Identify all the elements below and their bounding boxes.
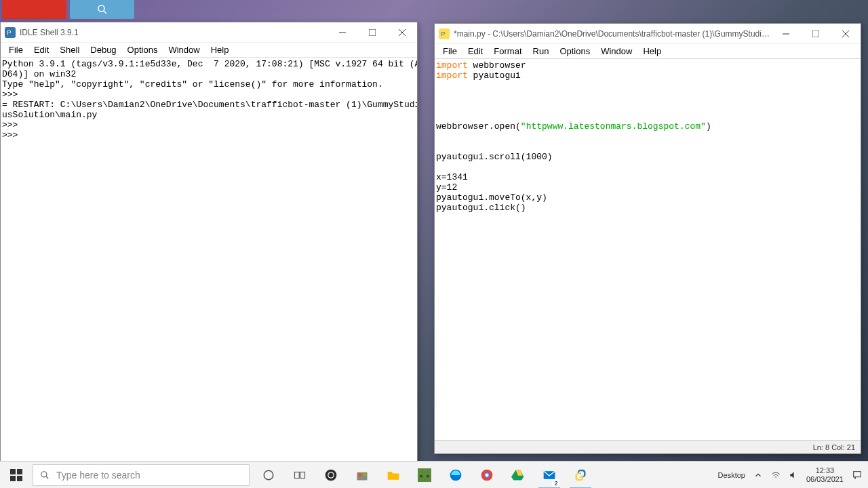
editor-menubar: File Edit Format Run Options Window Help [435,44,861,59]
minimize-button[interactable] [771,24,801,44]
svg-rect-11 [812,30,819,37]
svg-rect-36 [854,471,861,476]
svg-rect-30 [427,475,429,477]
maximize-button[interactable] [357,22,387,43]
python-icon: P [5,27,16,38]
svg-point-20 [264,470,273,480]
shell-titlebar[interactable]: P IDLE Shell 3.9.1 [1,22,417,43]
app-edge-icon[interactable] [441,462,471,489]
idle-shell-window: P IDLE Shell 3.9.1 File Edit Shell Debug… [0,22,418,476]
app-chrome-icon[interactable] [472,462,502,489]
app-minecraft-icon[interactable] [410,462,439,489]
menu-help[interactable]: Help [205,43,235,56]
svg-point-18 [41,471,47,476]
windows-icon [10,469,22,481]
shell-title: IDLE Shell 3.9.1 [20,28,328,37]
menu-edit[interactable]: Edit [462,45,488,58]
editor-statusbar: Ln: 8 Col: 21 [435,440,861,453]
svg-rect-28 [418,468,431,482]
app-idle-icon[interactable] [566,462,595,489]
minimize-button[interactable] [328,22,357,43]
notifications-icon[interactable] [852,470,863,481]
app-store-icon[interactable] [347,462,377,489]
svg-line-1 [103,11,106,14]
svg-rect-27 [363,473,366,476]
menu-file[interactable]: File [3,43,28,56]
editor-status-pos: Ln: 8 Col: 21 [813,443,855,451]
menu-help[interactable]: Help [637,45,667,58]
app-obs-icon[interactable] [316,462,346,489]
menu-run[interactable]: Run [528,45,555,58]
menu-debug[interactable]: Debug [85,43,121,56]
close-button[interactable] [831,24,861,44]
top-app-strip [0,0,868,20]
system-tray: Desktop 12:33 06/03/2021 [713,466,868,484]
chevron-up-icon[interactable] [753,470,763,480]
svg-point-34 [486,473,489,476]
svg-rect-17 [17,476,22,481]
menu-options[interactable]: Options [122,43,163,56]
python-file-icon: P [439,28,450,39]
taskbar: Type here to search 2 Desktop 12:33 06/0… [0,461,868,488]
close-button[interactable] [387,22,417,43]
editor-content[interactable]: import webbrowser import pyautogui webbr… [435,59,861,440]
svg-rect-26 [358,473,361,476]
clock[interactable]: 12:33 06/03/2021 [806,466,844,484]
svg-rect-21 [295,472,300,478]
menu-format[interactable]: Format [488,45,527,58]
menu-options[interactable]: Options [554,45,595,58]
menu-edit[interactable]: Edit [28,43,54,56]
svg-rect-14 [10,469,16,474]
svg-line-19 [46,476,49,479]
app-tile-red[interactable] [2,0,66,19]
editor-title: *main.py - C:\Users\Damian2\OneDrive\Doc… [454,29,771,39]
maximize-button[interactable] [801,24,831,44]
editor-titlebar[interactable]: P *main.py - C:\Users\Damian2\OneDrive\D… [435,24,861,44]
start-button[interactable] [0,462,33,489]
svg-text:P: P [441,30,445,37]
wifi-icon[interactable] [771,470,781,480]
svg-rect-5 [369,29,376,36]
menu-window[interactable]: Window [163,43,205,56]
app-drive-icon[interactable] [503,462,533,489]
shell-content[interactable]: Python 3.9.1 (tags/v3.9.1:1e5d33e, Dec 7… [1,58,417,462]
idle-editor-window: P *main.py - C:\Users\Damian2\OneDrive\D… [434,23,861,454]
svg-rect-16 [10,476,16,481]
svg-rect-22 [300,472,305,478]
tray-desktop-label[interactable]: Desktop [718,471,745,479]
app-mail-icon[interactable]: 2 [534,462,564,489]
search-input[interactable]: Type here to search [33,464,250,486]
taskbar-icons: 2 [254,462,595,489]
menu-shell[interactable]: Shell [54,43,85,56]
svg-text:P: P [7,29,11,36]
task-view-icon[interactable] [285,462,315,489]
svg-rect-29 [420,475,422,477]
svg-point-23 [326,469,337,481]
menu-window[interactable]: Window [595,45,637,58]
svg-rect-15 [17,469,22,474]
volume-icon[interactable] [789,470,798,480]
search-icon [40,470,50,480]
app-explorer-icon[interactable] [378,462,408,489]
shell-menubar: File Edit Shell Debug Options Window Hel… [1,43,417,58]
cortana-icon[interactable] [254,462,283,489]
menu-file[interactable]: File [437,45,462,58]
app-tile-search[interactable] [70,0,134,19]
